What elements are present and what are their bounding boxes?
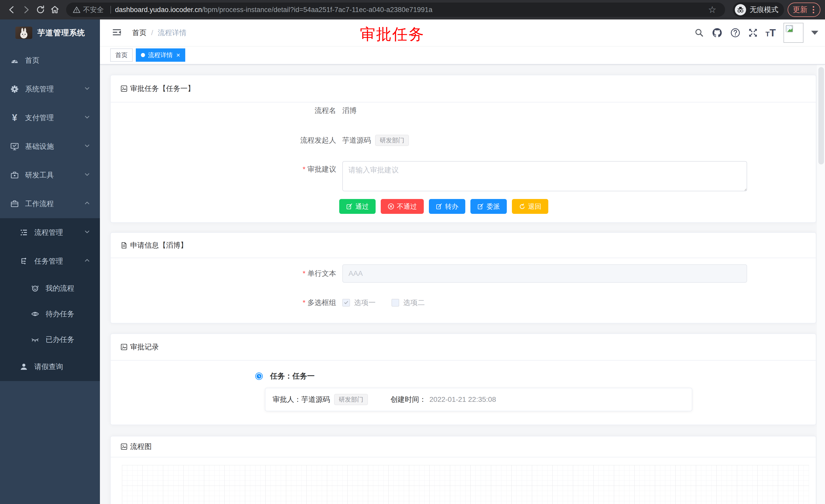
- transfer-button[interactable]: 转办: [429, 199, 465, 214]
- breadcrumb-home[interactable]: 首页: [132, 28, 147, 37]
- github-icon[interactable]: [712, 27, 723, 38]
- face-icon: [31, 284, 40, 293]
- browser-home-button[interactable]: [48, 3, 62, 17]
- tag-process-detail[interactable]: 流程详情 ×: [136, 49, 185, 62]
- tag-close-icon[interactable]: ×: [176, 52, 180, 58]
- broken-image-icon: [785, 25, 793, 32]
- checkbox-checked-icon: [342, 299, 350, 307]
- browser-update-button[interactable]: 更新: [788, 3, 820, 17]
- sidebar-item-infra[interactable]: 基础设施: [0, 132, 100, 161]
- checkbox-label: 选项二: [403, 298, 425, 308]
- card-title: 审批任务【任务一】: [130, 84, 195, 93]
- suggestion-textarea[interactable]: [342, 161, 747, 191]
- initiator-label: 流程发起人: [111, 136, 336, 145]
- browser-forward-button[interactable]: [19, 3, 33, 17]
- font-size-icon[interactable]: TT: [765, 27, 776, 39]
- card-title: 审批记录: [130, 342, 159, 352]
- timeline-node: 任务：任务一: [255, 369, 816, 384]
- breadcrumb-separator: /: [151, 29, 153, 37]
- picture-icon: [121, 443, 128, 450]
- sidebar-item-label: 工作流程: [25, 199, 54, 209]
- tag-label: 首页: [115, 51, 128, 59]
- user-icon: [19, 362, 28, 371]
- create-time-value: 2022-01-21 22:35:08: [430, 396, 496, 404]
- page-url: dashboard.yudao.iocoder.cn/bpm/process-i…: [115, 6, 433, 14]
- card-header: 流程图: [111, 436, 816, 457]
- page-content: 审批任务【任务一】 流程名 滔博 流程发起人 芋道源码 研发部门 审批建议: [100, 65, 825, 504]
- sidebar-toggle-button[interactable]: [110, 25, 124, 40]
- bookmark-star-icon[interactable]: ☆: [706, 4, 719, 15]
- delegate-button[interactable]: 委派: [470, 199, 507, 214]
- sidebar-item-todo-tasks[interactable]: 待办任务: [0, 301, 100, 327]
- fullscreen-icon[interactable]: [748, 28, 758, 37]
- sidebar-item-process-mgmt[interactable]: 流程管理: [0, 218, 100, 247]
- card-header: 审批记录: [111, 334, 816, 360]
- document-icon: [121, 242, 128, 249]
- url-domain: dashboard.yudao.iocoder.cn: [115, 6, 202, 14]
- single-line-label: 单行文本: [111, 269, 336, 278]
- sidebar-item-task-mgmt[interactable]: 任务管理: [0, 247, 100, 275]
- sidebar-item-devtools[interactable]: 研发工具: [0, 161, 100, 189]
- sidebar-logo-row[interactable]: 芋道管理系统: [0, 19, 100, 46]
- edit-icon: [477, 203, 484, 210]
- process-diagram-card: 流程图: [110, 436, 816, 504]
- checkbox-option-1: 选项一: [342, 298, 376, 308]
- single-line-row: 单行文本 AAA: [111, 264, 816, 283]
- process-name-row: 流程名 滔博: [111, 103, 816, 118]
- dashboard-icon: [10, 56, 19, 65]
- sidebar-item-my-process[interactable]: 我的流程: [0, 275, 100, 301]
- address-bar[interactable]: 不安全 dashboard.yudao.iocoder.cn/bpm/proce…: [66, 3, 725, 17]
- scrollbar-thumb[interactable]: [818, 67, 824, 164]
- url-divider: [110, 6, 111, 14]
- reload-icon: [36, 5, 45, 14]
- card-header: 申请信息【滔博】: [111, 233, 816, 258]
- sidebar-item-workflow[interactable]: 工作流程: [0, 189, 100, 218]
- incognito-label: 无痕模式: [750, 5, 778, 15]
- incognito-icon: [735, 4, 746, 15]
- single-line-input: AAA: [342, 264, 747, 283]
- tag-home[interactable]: 首页: [110, 49, 133, 62]
- briefcase-icon: [10, 199, 19, 208]
- chevron-up-icon: [84, 200, 90, 208]
- sidebar-item-label: 已办任务: [46, 335, 74, 344]
- browser-reload-button[interactable]: [33, 3, 48, 17]
- sidebar-item-home[interactable]: 首页: [0, 46, 100, 75]
- app-title: 芋道管理系统: [38, 28, 85, 38]
- eye-open-icon: [31, 310, 40, 318]
- bpmn-canvas[interactable]: [122, 465, 809, 504]
- checkbox-group-row: 多选框组 选项一 选项二: [111, 293, 816, 312]
- sidebar-item-payment[interactable]: ¥ 支付管理: [0, 103, 100, 132]
- back-arrow-icon: [7, 5, 16, 14]
- sidebar-item-system[interactable]: 系统管理: [0, 75, 100, 103]
- reject-button[interactable]: 不通过: [381, 199, 424, 214]
- process-name-label: 流程名: [111, 106, 336, 115]
- sidebar: 芋道管理系统 首页 系统管理 ¥ 支付管理 基础设施: [0, 19, 100, 504]
- browser-back-button[interactable]: [5, 3, 19, 17]
- sidebar-item-label: 基础设施: [25, 142, 54, 151]
- search-icon[interactable]: [694, 28, 704, 37]
- approve-button[interactable]: 通过: [339, 199, 376, 214]
- toolbox-icon: [10, 171, 19, 179]
- help-icon[interactable]: [730, 28, 740, 38]
- eye-closed-icon: [31, 335, 40, 344]
- security-status[interactable]: 不安全: [83, 5, 104, 14]
- browser-menu-icon[interactable]: [812, 5, 815, 14]
- scrollbar-track[interactable]: [817, 65, 825, 504]
- card-title: 流程图: [130, 442, 152, 451]
- apply-info-card: 申请信息【滔博】 单行文本 AAA 多选框组 选项: [110, 232, 816, 324]
- avatar[interactable]: [783, 23, 804, 43]
- chevron-down-icon: [84, 229, 90, 237]
- sidebar-item-leave-query[interactable]: 请假查询: [0, 352, 100, 381]
- checkbox-unchecked-icon: [391, 299, 399, 307]
- card-title: 申请信息【滔博】: [130, 241, 188, 250]
- undo-icon: [519, 203, 525, 210]
- return-button[interactable]: 退回: [512, 199, 548, 214]
- sidebar-item-label: 首页: [25, 56, 40, 65]
- create-time-label: 创建时间：: [390, 395, 426, 404]
- sidebar-item-label: 任务管理: [34, 256, 63, 266]
- navbar-actions: TT: [694, 19, 818, 46]
- org-tree-icon: [19, 257, 28, 266]
- sidebar-item-done-tasks[interactable]: 已办任务: [0, 327, 100, 352]
- chevron-down-icon: [84, 85, 90, 93]
- user-menu-caret-icon[interactable]: [811, 31, 818, 35]
